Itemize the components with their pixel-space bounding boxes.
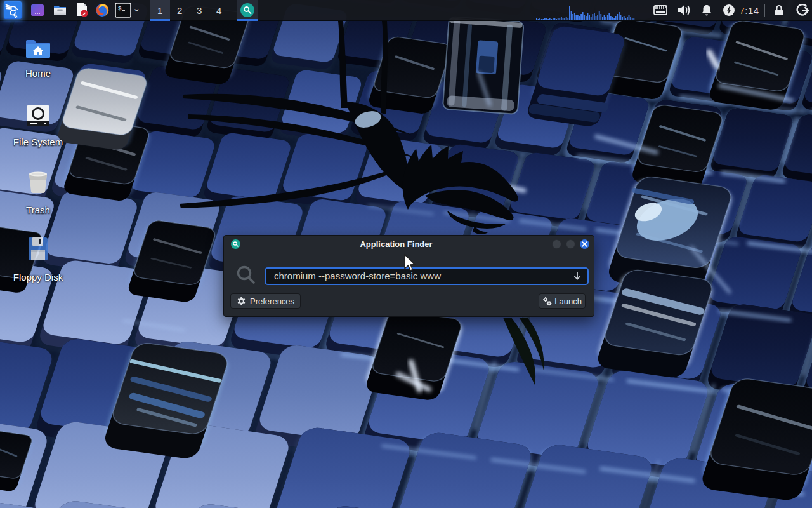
svg-text:$: $ [118,6,122,12]
